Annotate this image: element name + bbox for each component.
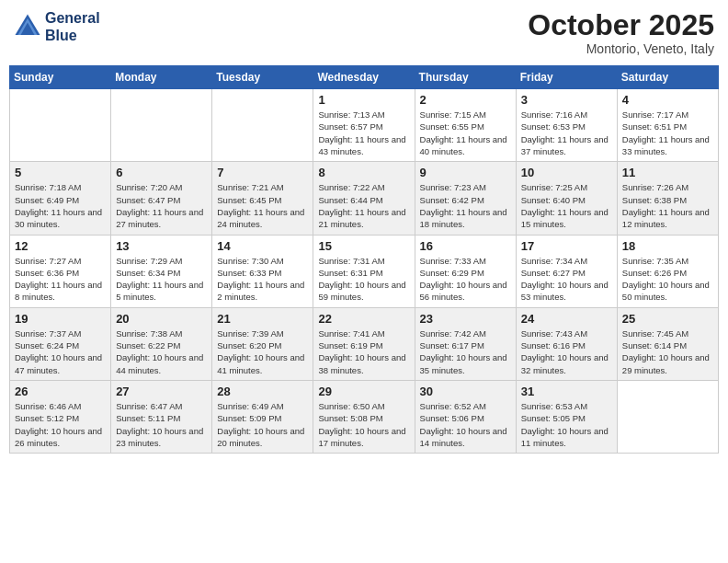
day-number: 30 [420, 385, 511, 398]
col-wednesday: Wednesday [313, 66, 415, 89]
table-cell: 22Sunrise: 7:41 AM Sunset: 6:19 PM Dayli… [313, 307, 415, 380]
day-number: 16 [420, 239, 511, 253]
day-info: Sunrise: 7:37 AM Sunset: 6:24 PM Dayligh… [15, 327, 106, 376]
day-number: 10 [521, 166, 612, 179]
table-cell: 27Sunrise: 6:47 AM Sunset: 5:11 PM Dayli… [111, 380, 212, 453]
table-cell: 11Sunrise: 7:26 AM Sunset: 6:38 PM Dayli… [617, 162, 718, 235]
table-cell: 7Sunrise: 7:21 AM Sunset: 6:45 PM Daylig… [212, 162, 313, 235]
logo-text: General Blue [45, 9, 100, 44]
weekday-header-row: Sunday Monday Tuesday Wednesday Thursday… [10, 66, 719, 89]
table-cell: 10Sunrise: 7:25 AM Sunset: 6:40 PM Dayli… [516, 162, 617, 235]
day-number: 27 [116, 385, 207, 398]
day-info: Sunrise: 7:22 AM Sunset: 6:44 PM Dayligh… [318, 181, 409, 230]
day-number: 31 [521, 385, 612, 398]
day-number: 18 [622, 239, 713, 253]
day-number: 13 [116, 239, 207, 253]
table-cell: 1Sunrise: 7:13 AM Sunset: 6:57 PM Daylig… [313, 89, 415, 162]
day-info: Sunrise: 7:42 AM Sunset: 6:17 PM Dayligh… [420, 327, 511, 376]
day-number: 23 [420, 312, 511, 326]
day-number: 2 [420, 93, 511, 107]
table-cell: 30Sunrise: 6:52 AM Sunset: 5:06 PM Dayli… [415, 380, 516, 453]
day-number: 20 [116, 312, 207, 326]
day-info: Sunrise: 7:34 AM Sunset: 6:27 PM Dayligh… [521, 255, 612, 304]
calendar-table: Sunday Monday Tuesday Wednesday Thursday… [9, 65, 719, 454]
col-sunday: Sunday [10, 66, 111, 89]
day-info: Sunrise: 7:20 AM Sunset: 6:47 PM Dayligh… [116, 181, 207, 230]
table-cell: 21Sunrise: 7:39 AM Sunset: 6:20 PM Dayli… [212, 307, 313, 380]
table-cell: 8Sunrise: 7:22 AM Sunset: 6:44 PM Daylig… [313, 162, 415, 235]
day-number: 4 [622, 93, 713, 107]
page-header: General Blue October 2025 Montorio, Vene… [9, 9, 719, 56]
logo-line1: General [45, 9, 100, 27]
day-info: Sunrise: 7:39 AM Sunset: 6:20 PM Dayligh… [217, 327, 308, 376]
table-cell: 5Sunrise: 7:18 AM Sunset: 6:49 PM Daylig… [10, 162, 111, 235]
table-cell: 26Sunrise: 6:46 AM Sunset: 5:12 PM Dayli… [10, 380, 111, 453]
table-cell [212, 89, 313, 162]
table-cell [617, 380, 718, 453]
title-block: October 2025 Montorio, Veneto, Italy [528, 9, 714, 56]
calendar-week-row: 19Sunrise: 7:37 AM Sunset: 6:24 PM Dayli… [10, 307, 719, 380]
day-number: 7 [217, 166, 308, 179]
day-info: Sunrise: 7:33 AM Sunset: 6:29 PM Dayligh… [420, 255, 511, 304]
day-number: 22 [318, 312, 409, 326]
day-info: Sunrise: 6:47 AM Sunset: 5:11 PM Dayligh… [116, 400, 207, 449]
day-info: Sunrise: 7:45 AM Sunset: 6:14 PM Dayligh… [622, 327, 713, 376]
day-number: 19 [15, 312, 106, 326]
day-number: 6 [116, 166, 207, 179]
logo: General Blue [14, 9, 100, 44]
location-subtitle: Montorio, Veneto, Italy [528, 41, 714, 56]
day-number: 11 [622, 166, 713, 179]
day-info: Sunrise: 7:16 AM Sunset: 6:53 PM Dayligh… [521, 109, 612, 157]
day-info: Sunrise: 7:23 AM Sunset: 6:42 PM Dayligh… [420, 181, 511, 230]
day-number: 24 [521, 312, 612, 326]
day-number: 29 [318, 385, 409, 398]
table-cell: 16Sunrise: 7:33 AM Sunset: 6:29 PM Dayli… [415, 235, 516, 307]
table-cell: 25Sunrise: 7:45 AM Sunset: 6:14 PM Dayli… [617, 307, 718, 380]
table-cell: 18Sunrise: 7:35 AM Sunset: 6:26 PM Dayli… [617, 235, 718, 307]
day-number: 25 [622, 312, 713, 326]
col-thursday: Thursday [415, 66, 516, 89]
day-number: 9 [420, 166, 511, 179]
day-info: Sunrise: 7:13 AM Sunset: 6:57 PM Dayligh… [318, 109, 409, 157]
day-info: Sunrise: 7:25 AM Sunset: 6:40 PM Dayligh… [521, 181, 612, 230]
day-info: Sunrise: 6:46 AM Sunset: 5:12 PM Dayligh… [15, 400, 106, 449]
day-info: Sunrise: 7:15 AM Sunset: 6:55 PM Dayligh… [420, 109, 511, 157]
calendar-week-row: 1Sunrise: 7:13 AM Sunset: 6:57 PM Daylig… [10, 89, 719, 162]
table-cell: 13Sunrise: 7:29 AM Sunset: 6:34 PM Dayli… [111, 235, 212, 307]
month-title: October 2025 [528, 9, 714, 41]
day-info: Sunrise: 7:18 AM Sunset: 6:49 PM Dayligh… [15, 181, 106, 230]
day-number: 1 [318, 93, 409, 107]
day-info: Sunrise: 7:17 AM Sunset: 6:51 PM Dayligh… [622, 109, 713, 157]
day-info: Sunrise: 7:21 AM Sunset: 6:45 PM Dayligh… [217, 181, 308, 230]
day-info: Sunrise: 7:38 AM Sunset: 6:22 PM Dayligh… [116, 327, 207, 376]
table-cell: 12Sunrise: 7:27 AM Sunset: 6:36 PM Dayli… [10, 235, 111, 307]
day-info: Sunrise: 7:43 AM Sunset: 6:16 PM Dayligh… [521, 327, 612, 376]
day-number: 21 [217, 312, 308, 326]
day-info: Sunrise: 6:52 AM Sunset: 5:06 PM Dayligh… [420, 400, 511, 449]
table-cell: 15Sunrise: 7:31 AM Sunset: 6:31 PM Dayli… [313, 235, 415, 307]
day-number: 15 [318, 239, 409, 253]
day-number: 17 [521, 239, 612, 253]
table-cell: 6Sunrise: 7:20 AM Sunset: 6:47 PM Daylig… [111, 162, 212, 235]
calendar-page: General Blue October 2025 Montorio, Vene… [0, 0, 728, 563]
table-cell: 4Sunrise: 7:17 AM Sunset: 6:51 PM Daylig… [617, 89, 718, 162]
day-number: 26 [15, 385, 106, 398]
day-info: Sunrise: 7:27 AM Sunset: 6:36 PM Dayligh… [15, 255, 106, 304]
day-info: Sunrise: 7:26 AM Sunset: 6:38 PM Dayligh… [622, 181, 713, 230]
col-friday: Friday [516, 66, 617, 89]
table-cell: 23Sunrise: 7:42 AM Sunset: 6:17 PM Dayli… [415, 307, 516, 380]
table-cell [111, 89, 212, 162]
day-info: Sunrise: 6:53 AM Sunset: 5:05 PM Dayligh… [521, 400, 612, 449]
day-number: 5 [15, 166, 106, 179]
table-cell: 2Sunrise: 7:15 AM Sunset: 6:55 PM Daylig… [415, 89, 516, 162]
day-info: Sunrise: 6:49 AM Sunset: 5:09 PM Dayligh… [217, 400, 308, 449]
calendar-week-row: 5Sunrise: 7:18 AM Sunset: 6:49 PM Daylig… [10, 162, 719, 235]
table-cell: 19Sunrise: 7:37 AM Sunset: 6:24 PM Dayli… [10, 307, 111, 380]
table-cell: 29Sunrise: 6:50 AM Sunset: 5:08 PM Dayli… [313, 380, 415, 453]
table-cell: 9Sunrise: 7:23 AM Sunset: 6:42 PM Daylig… [415, 162, 516, 235]
table-cell: 14Sunrise: 7:30 AM Sunset: 6:33 PM Dayli… [212, 235, 313, 307]
day-number: 12 [15, 239, 106, 253]
logo-icon [14, 13, 41, 40]
day-number: 14 [217, 239, 308, 253]
day-info: Sunrise: 7:30 AM Sunset: 6:33 PM Dayligh… [217, 255, 308, 304]
